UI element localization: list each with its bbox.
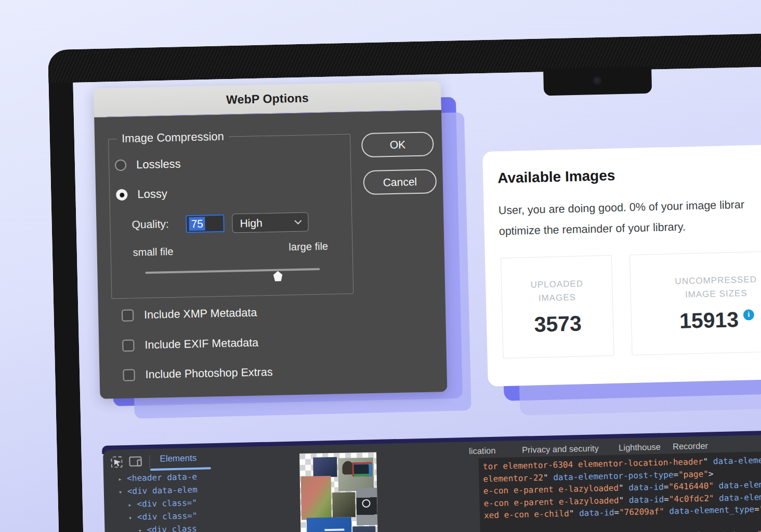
tab-application[interactable]: lication	[469, 446, 496, 456]
expand-arrow-icon[interactable]: ▸	[128, 501, 137, 509]
stat-label: UPLOADED IMAGES	[530, 277, 584, 305]
stat-uncompressed-image-sizes: UNCOMPRESSED IMAGE SIZES 15913	[629, 250, 761, 355]
checkbox-label: Include Photoshop Extras	[145, 366, 272, 381]
collage-image	[299, 453, 378, 532]
device-toolbar-icon[interactable]	[129, 456, 141, 467]
checkbox-include-xmp[interactable]: Include XMP Metadata	[122, 307, 257, 322]
radio-unselected-icon[interactable]	[115, 159, 126, 171]
quality-value: 75	[189, 217, 205, 231]
expand-arrow-icon[interactable]: ▾	[119, 488, 127, 496]
camera-icon	[593, 77, 600, 84]
cancel-button[interactable]: Cancel	[363, 169, 437, 195]
checkbox-include-photoshop-extras[interactable]: Include Photoshop Extras	[123, 366, 272, 382]
collage-photo	[352, 526, 376, 532]
stat-value: 3573	[534, 311, 582, 337]
tab-elements[interactable]: Elements	[160, 453, 196, 464]
quality-preset-value: High	[240, 216, 295, 229]
radio-label: Lossy	[137, 187, 167, 201]
hero-scene: Elements lication Privacy and security L…	[0, 0, 761, 532]
code-line: " data-element_type="contai	[480, 528, 761, 532]
radio-label: Lossless	[136, 157, 181, 172]
expand-arrow-icon[interactable]: ▸	[118, 475, 127, 483]
collage-photo	[307, 517, 352, 532]
radio-lossless[interactable]: Lossless	[115, 157, 181, 172]
toolbar-divider	[149, 455, 150, 469]
card-title: Available Images	[497, 167, 615, 187]
elements-tree: ▸<header data-e ▾<div data-elem ▸<div cl…	[118, 471, 224, 532]
quality-input[interactable]: 75	[186, 215, 225, 233]
collage-photo	[301, 476, 332, 520]
radio-lossy[interactable]: Lossy	[116, 187, 167, 202]
checkbox-include-exif[interactable]: Include EXIF Metadata	[122, 336, 258, 352]
expand-arrow-icon[interactable]: ▾	[128, 514, 137, 522]
webp-options-dialog: WebP Options Image Compression Lossless …	[94, 81, 447, 399]
cursor-arrow-icon	[114, 459, 121, 466]
radio-selected-icon[interactable]	[116, 189, 127, 201]
wordpress-logo-icon	[362, 499, 370, 508]
devtools-panel: Elements lication Privacy and security L…	[103, 434, 761, 532]
tab-recorder[interactable]: Recorder	[673, 441, 708, 452]
tab-privacy-and-security[interactable]: Privacy and security	[522, 443, 599, 455]
checkbox-icon[interactable]	[122, 339, 134, 351]
checkbox-icon[interactable]	[123, 369, 135, 381]
info-icon[interactable]	[743, 309, 755, 321]
tab-lighthouse[interactable]: Lighthouse	[619, 442, 661, 453]
slider-small-file-label: small file	[133, 246, 173, 259]
collage-photo	[332, 492, 356, 517]
tab-active-underline	[150, 467, 211, 471]
quality-preset-select[interactable]: High	[232, 212, 309, 233]
dialog-body: Image Compression Lossless Lossy Quality…	[94, 110, 447, 399]
available-images-card: Available Images User, you are doing goo…	[482, 144, 761, 387]
checkbox-label: Include XMP Metadata	[144, 307, 257, 322]
quality-label: Quality:	[132, 218, 169, 231]
slider-large-file-label: large file	[288, 241, 328, 254]
stat-value: 15913	[679, 307, 754, 334]
collage-photo	[338, 458, 374, 491]
ok-button[interactable]: OK	[361, 131, 434, 157]
checkbox-label: Include EXIF Metadata	[145, 336, 258, 352]
laptop-notch	[543, 66, 652, 96]
inspect-icon[interactable]	[111, 456, 122, 468]
group-label: Image Compression	[117, 130, 229, 145]
collage-photo	[356, 488, 377, 526]
expand-arrow-icon[interactable]: ▾	[138, 527, 147, 532]
stat-uploaded-images: UPLOADED IMAGES 3573	[501, 255, 614, 358]
stat-label: UNCOMPRESSED IMAGE SIZES	[675, 273, 757, 302]
phone-icon	[137, 459, 141, 466]
checkbox-icon[interactable]	[122, 309, 134, 321]
collage-photo	[313, 457, 337, 477]
devtools-code: tor elementor-6304 elementor-location-he…	[479, 451, 761, 532]
card-description: User, you are doing good. 0% of your ima…	[498, 194, 745, 242]
